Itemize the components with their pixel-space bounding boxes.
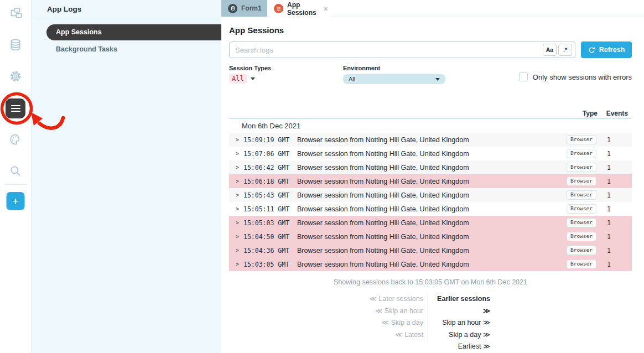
session-types-label: Session Types [229, 65, 271, 71]
session-type-badge: Browser [567, 176, 596, 185]
session-time: 15:03:05 GMT [243, 261, 297, 268]
expand-chevron-icon[interactable]: > [236, 192, 243, 198]
session-events-count: 1 [600, 136, 632, 144]
expand-chevron-icon[interactable]: > [236, 220, 243, 226]
session-events-count: 1 [600, 261, 632, 268]
search-row: Aa .* Refresh [229, 41, 632, 58]
icon-sidebar: + [0, 0, 32, 353]
tab-app-sessions[interactable]: App Sessions × [267, 0, 331, 17]
screens-tree-icon[interactable] [8, 6, 23, 20]
pagination: ≪ Later sessions ≪ Skip an hour ≪ Skip a… [221, 293, 490, 353]
session-type-badge: Browser [567, 135, 596, 144]
table-header: Type Events [229, 108, 632, 118]
earlier-sessions-link[interactable]: Earlier sessions ≫ [433, 293, 490, 317]
session-description: Browser session from Notting Hill Gate, … [297, 205, 555, 213]
expand-chevron-icon[interactable]: > [236, 137, 243, 143]
app-sessions-view: App Sessions Aa .* Refresh Session Types… [221, 17, 644, 353]
session-description: Browser session from Notting Hill Gate, … [297, 219, 555, 227]
session-time: 15:05:43 GMT [243, 191, 297, 199]
session-row[interactable]: > 15:07:06 GMT Browser session from Nott… [229, 147, 632, 160]
session-description: Browser session from Notting Hill Gate, … [297, 191, 555, 199]
panel-title: App Logs [32, 0, 221, 18]
skip-day-fwd-link[interactable]: Skip a day ≫ [433, 329, 490, 341]
settings-gear-icon[interactable] [8, 69, 23, 84]
session-description: Browser session from Notting Hill Gate, … [297, 261, 555, 268]
environment-select[interactable]: All [343, 74, 445, 84]
session-row[interactable]: > 15:09:19 GMT Browser session from Nott… [229, 133, 632, 147]
later-sessions-link[interactable]: ≪ Later sessions [346, 293, 423, 305]
double-chevron-right-icon: ≫ [483, 307, 490, 315]
latest-link[interactable]: ≪ Latest [346, 329, 423, 341]
skip-hour-back-link[interactable]: ≪ Skip an hour [346, 305, 423, 318]
double-chevron-right-icon: ≫ [483, 319, 490, 326]
session-description: Browser session from Notting Hill Gate, … [297, 178, 555, 185]
session-row[interactable]: > 15:05:11 GMT Browser session from Nott… [229, 202, 632, 216]
app-logs-menu-icon[interactable] [6, 98, 25, 118]
refresh-icon [588, 46, 595, 54]
match-case-button[interactable]: Aa [543, 44, 557, 56]
tab-bar: Form1 App Sessions × [221, 0, 644, 17]
skip-hour-fwd-link[interactable]: Skip an hour ≫ [433, 317, 490, 329]
session-type-badge: Browser [567, 163, 596, 172]
tab-form1[interactable]: Form1 [221, 0, 267, 17]
logs-icon [274, 4, 283, 13]
expand-chevron-icon[interactable]: > [236, 150, 243, 157]
session-row-error[interactable]: > 15:03:05 GMT Browser session from Nott… [229, 257, 632, 271]
app-logs-panel: App Logs App Sessions Background Tasks [32, 0, 221, 353]
session-time: 15:05:03 GMT [243, 219, 297, 227]
page-title: App Sessions [229, 25, 284, 35]
expand-chevron-icon[interactable]: > [236, 178, 243, 184]
session-type-badge: Browser [567, 204, 596, 213]
session-row[interactable]: > 15:05:43 GMT Browser session from Nott… [229, 188, 632, 202]
session-events-count: 1 [600, 164, 632, 172]
skip-day-back-link[interactable]: ≪ Skip a day [346, 317, 423, 329]
session-row-error[interactable]: > 15:04:50 GMT Browser session from Nott… [229, 230, 632, 243]
search-box: Aa .* [229, 41, 575, 58]
errors-only-checkbox[interactable] [519, 72, 528, 81]
session-type-badge: Browser [567, 232, 596, 241]
session-events-count: 1 [600, 247, 632, 255]
close-tab-icon[interactable]: × [324, 4, 328, 13]
expand-chevron-icon[interactable]: > [236, 261, 243, 267]
environment-label: Environment [343, 65, 380, 71]
refresh-label: Refresh [599, 46, 625, 54]
database-icon[interactable] [8, 38, 23, 52]
expand-chevron-icon[interactable]: > [236, 247, 243, 253]
search-icon[interactable] [8, 164, 23, 178]
double-chevron-left-icon: ≪ [395, 331, 402, 339]
session-events-count: 1 [600, 219, 632, 227]
session-description: Browser session from Notting Hill Gate, … [297, 164, 555, 172]
plus-icon: + [12, 195, 19, 208]
expand-chevron-icon[interactable]: > [236, 164, 243, 170]
sidebar-divider [5, 184, 27, 185]
panel-item-background-tasks[interactable]: Background Tasks [56, 45, 221, 53]
expand-chevron-icon[interactable]: > [236, 233, 243, 240]
session-row-error[interactable]: > 15:04:36 GMT Browser session from Nott… [229, 243, 632, 257]
session-events-count: 1 [600, 205, 632, 213]
column-events: Events [600, 110, 632, 117]
hamburger-menu-icon[interactable] [6, 98, 25, 118]
session-row-error[interactable]: > 15:05:03 GMT Browser session from Nott… [229, 216, 632, 230]
regex-button[interactable]: .* [558, 44, 572, 56]
refresh-button[interactable]: Refresh [581, 41, 632, 58]
tab-label: Form1 [241, 4, 262, 12]
session-time: 15:04:50 GMT [243, 233, 297, 241]
pagination-back-column: ≪ Later sessions ≪ Skip an hour ≪ Skip a… [346, 293, 423, 353]
pagination-forward-column: Earlier sessions ≫ Skip an hour ≫ Skip a… [433, 293, 490, 353]
add-plus-button[interactable]: + [7, 192, 25, 210]
expand-chevron-icon[interactable]: > [236, 206, 243, 212]
environment-value: All [349, 76, 355, 82]
theme-palette-icon[interactable] [8, 132, 23, 147]
double-chevron-left-icon: ≪ [370, 295, 377, 303]
errors-only-label: Only show sessions with errors [533, 73, 632, 81]
session-row-error[interactable]: > 15:06:18 GMT Browser session from Nott… [229, 174, 632, 188]
session-types-dropdown[interactable]: All [229, 74, 255, 84]
session-type-badge: Browser [567, 218, 596, 227]
session-events-count: 1 [600, 178, 632, 185]
session-row[interactable]: > 15:06:42 GMT Browser session from Nott… [229, 160, 632, 174]
search-input[interactable] [230, 42, 575, 58]
earliest-link[interactable]: Earliest ≫ [433, 341, 490, 353]
date-group-header: Mon 6th Dec 2021 [229, 118, 632, 132]
session-type-badge: Browser [567, 149, 596, 158]
panel-item-app-sessions[interactable]: App Sessions [46, 24, 221, 40]
